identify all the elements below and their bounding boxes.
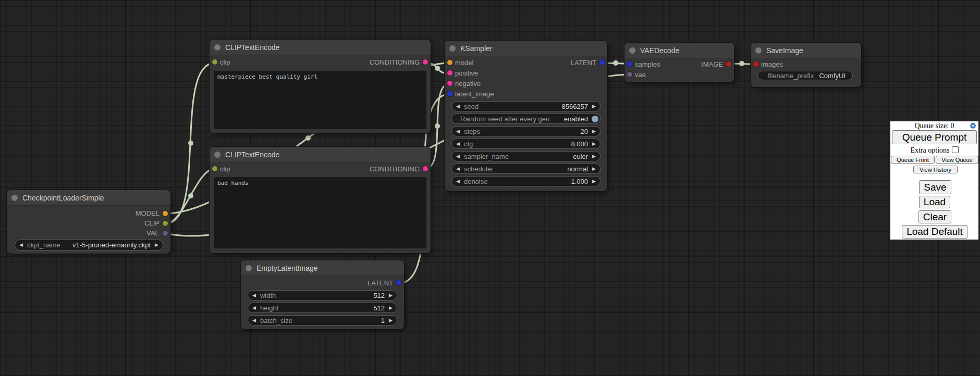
steps-widget[interactable]: ◀ steps 20 ▶	[451, 126, 601, 136]
output-slot-conditioning[interactable]	[423, 166, 428, 171]
extra-options-checkbox[interactable]	[952, 146, 959, 153]
node-checkpoint-loader-simple[interactable]: CheckpointLoaderSimple MODEL CLIP VAE ◀ …	[7, 190, 170, 254]
output-slot-model[interactable]	[163, 211, 168, 216]
output-slot-conditioning[interactable]	[423, 59, 428, 65]
node-title-bar[interactable]: CLIPTextEncode	[210, 40, 431, 55]
collapse-dot[interactable]	[246, 265, 252, 271]
input-label: model	[455, 59, 473, 67]
input-slot-samples[interactable]	[627, 61, 632, 67]
input-slot-clip[interactable]	[212, 59, 217, 65]
collapse-dot[interactable]	[755, 47, 762, 54]
node-title-bar[interactable]: VAEDecode	[624, 43, 734, 58]
left-arrow-icon[interactable]: ◀	[248, 293, 260, 298]
node-title: SaveImage	[766, 46, 803, 55]
collapse-dot[interactable]	[214, 44, 220, 51]
collapse-dot[interactable]	[449, 45, 456, 52]
widget-label: filename_prefix	[758, 72, 814, 80]
input-slot-latent-image[interactable]	[447, 91, 452, 96]
right-arrow-icon[interactable]: ▶	[151, 243, 163, 247]
right-arrow-icon[interactable]: ▶	[588, 179, 600, 184]
cfg-widget[interactable]: ◀ cfg 8.000 ▶	[451, 139, 601, 149]
node-title-bar[interactable]: KSampler	[445, 41, 607, 56]
collapse-dot[interactable]	[214, 152, 220, 158]
save-button[interactable]: Save	[919, 180, 951, 194]
queue-prompt-button[interactable]: Queue Prompt	[892, 130, 977, 144]
queue-front-button[interactable]: Queue Front	[891, 156, 935, 164]
node-save-image[interactable]: SaveImage images filename_prefix ComfyUI	[751, 43, 861, 87]
node-clip-text-encode-negative[interactable]: CLIPTextEncode clip CONDITIONING bad han…	[210, 147, 431, 253]
right-arrow-icon[interactable]: ▶	[385, 318, 397, 323]
output-slot-image[interactable]	[726, 61, 731, 67]
collapse-dot[interactable]	[11, 195, 18, 201]
right-arrow-icon[interactable]: ▶	[385, 293, 397, 298]
view-queue-button[interactable]: View Queue	[936, 156, 978, 164]
left-arrow-icon[interactable]: ◀	[452, 104, 464, 109]
right-arrow-icon[interactable]: ▶	[588, 104, 600, 109]
node-title-bar[interactable]: CLIPTextEncode	[210, 147, 431, 162]
prompt-text-area[interactable]: bad hands	[214, 177, 426, 248]
node-vae-decode[interactable]: VAEDecode samples IMAGE vae	[624, 43, 734, 82]
input-slot-model[interactable]	[447, 60, 452, 65]
input-label: samples	[635, 60, 660, 68]
prompt-text-area[interactable]: masterpiece best quality girl	[214, 71, 426, 129]
widget-value: normal	[567, 165, 588, 173]
output-slot-latent[interactable]	[396, 280, 401, 285]
output-slot-latent[interactable]	[599, 60, 605, 65]
scheduler-widget[interactable]: ◀ scheduler normal ▶	[451, 164, 601, 174]
view-history-button[interactable]: View History	[913, 166, 958, 173]
left-arrow-icon[interactable]: ◀	[452, 129, 464, 134]
load-button[interactable]: Load	[919, 196, 950, 208]
width-widget[interactable]: ◀ width 512 ▶	[248, 290, 397, 300]
node-clip-text-encode-positive[interactable]: CLIPTextEncode clip CONDITIONING masterp…	[210, 40, 431, 133]
node-title: KSampler	[460, 44, 492, 53]
output-slot-clip[interactable]	[163, 221, 168, 226]
output-label: CONDITIONING	[370, 58, 420, 66]
sampler-name-widget[interactable]: ◀ sampler_name euler ▶	[451, 151, 601, 161]
widget-value: 512	[373, 304, 385, 312]
input-slot-images[interactable]	[753, 61, 758, 67]
random-seed-toggle-widget[interactable]: Random seed after every gen enabled	[451, 114, 601, 124]
batch-size-widget[interactable]: ◀ batch_size 1 ▶	[248, 315, 397, 325]
clear-button[interactable]: Clear	[918, 210, 951, 223]
input-slot-positive[interactable]	[447, 70, 452, 76]
left-arrow-icon[interactable]: ◀	[248, 306, 260, 310]
node-title-bar[interactable]: CheckpointLoaderSimple	[7, 190, 170, 206]
widget-value: ComfyUI	[819, 72, 852, 80]
left-arrow-icon[interactable]: ◀	[452, 179, 464, 184]
node-empty-latent-image[interactable]: EmptyLatentImage LATENT ◀ width 512 ▶ ◀ …	[241, 260, 404, 329]
right-arrow-icon[interactable]: ▶	[588, 129, 600, 134]
input-label: latent_image	[455, 90, 494, 98]
left-arrow-icon[interactable]: ◀	[15, 243, 27, 247]
output-slot-vae[interactable]	[163, 231, 168, 236]
input-slot-clip[interactable]	[212, 166, 217, 171]
node-ksampler[interactable]: KSampler model LATENT positive negative …	[445, 41, 607, 191]
widget-value: v1-5-pruned-emaonly.ckpt	[72, 241, 151, 249]
left-arrow-icon[interactable]: ◀	[248, 318, 260, 323]
height-widget[interactable]: ◀ height 512 ▶	[248, 303, 397, 313]
wire-midpoint-dot	[188, 193, 193, 198]
input-label: vae	[635, 71, 646, 79]
settings-gear-icon[interactable]	[969, 122, 977, 130]
load-default-button[interactable]: Load Default	[902, 225, 967, 239]
left-arrow-icon[interactable]: ◀	[452, 154, 464, 159]
right-arrow-icon[interactable]: ▶	[588, 167, 600, 171]
left-arrow-icon[interactable]: ◀	[452, 142, 464, 146]
seed-widget[interactable]: ◀ seed 8566257 ▶	[451, 101, 601, 111]
right-arrow-icon[interactable]: ▶	[588, 142, 600, 146]
node-title-bar[interactable]: SaveImage	[751, 43, 861, 58]
node-graph-canvas[interactable]: CheckpointLoaderSimple MODEL CLIP VAE ◀ …	[0, 0, 980, 376]
right-arrow-icon[interactable]: ▶	[385, 306, 397, 310]
output-label: VAE	[146, 229, 160, 237]
collapse-dot[interactable]	[629, 47, 635, 54]
ckpt-name-widget[interactable]: ◀ ckpt_name v1-5-pruned-emaonly.ckpt ▶	[15, 240, 163, 250]
input-slot-negative[interactable]	[447, 81, 452, 86]
left-arrow-icon[interactable]: ◀	[452, 167, 464, 171]
wire-midpoint-dot	[739, 61, 744, 66]
denoise-widget[interactable]: ◀ denoise 1.000 ▶	[451, 176, 601, 186]
filename-prefix-widget[interactable]: filename_prefix ComfyUI	[757, 71, 853, 80]
widget-label: ckpt_name	[27, 241, 60, 249]
input-slot-vae[interactable]	[627, 72, 632, 77]
node-title-bar[interactable]: EmptyLatentImage	[241, 260, 404, 276]
right-arrow-icon[interactable]: ▶	[588, 154, 600, 159]
toggle-knob-icon[interactable]	[592, 116, 598, 122]
